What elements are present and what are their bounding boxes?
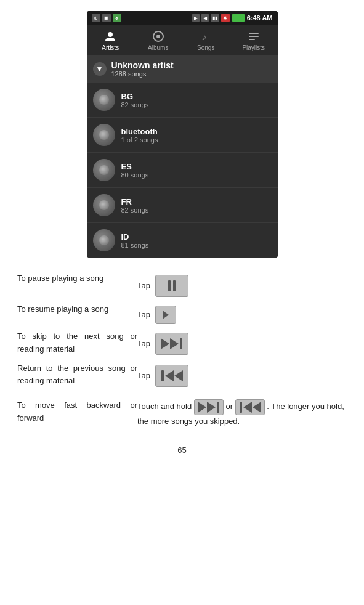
artist-item-songs: 82 songs bbox=[121, 101, 149, 108]
icon-1: ⊕ bbox=[92, 14, 100, 22]
artist-thumbnail bbox=[93, 159, 115, 181]
playlists-icon bbox=[247, 30, 261, 43]
svg-text:♪: ♪ bbox=[201, 31, 206, 42]
ff-triangle-2-icon bbox=[207, 402, 216, 413]
artist-item-songs: 82 songs bbox=[121, 206, 149, 214]
status-left-icons: ⊕ ▣ ♣ bbox=[92, 14, 121, 22]
rewind-triangle-2-icon bbox=[174, 370, 183, 381]
ff-triangle-1-icon bbox=[198, 402, 206, 413]
tab-playlists[interactable]: Playlists bbox=[230, 25, 278, 55]
artist-item-name: ES bbox=[121, 162, 149, 171]
list-item[interactable]: BG 82 songs bbox=[87, 83, 278, 118]
resume-text: To resume playing a song bbox=[17, 303, 137, 316]
artist-item-name: ID bbox=[121, 232, 149, 242]
svg-rect-5 bbox=[249, 36, 259, 37]
artist-item-name: bluetooth bbox=[121, 127, 158, 136]
pause-tap-label: Tap bbox=[137, 280, 150, 292]
tab-albums-label: Albums bbox=[148, 44, 168, 51]
artist-item-songs: 81 songs bbox=[121, 242, 149, 249]
skip-next-text: To skip to the next song or reading mate… bbox=[17, 330, 137, 356]
section-divider bbox=[17, 394, 347, 394]
icon-2: ▣ bbox=[102, 14, 111, 22]
play-triangle-icon bbox=[163, 311, 169, 319]
skip-next-action: Tap bbox=[137, 330, 347, 355]
albums-icon bbox=[152, 30, 165, 43]
artist-thumbnail bbox=[93, 124, 115, 146]
instruction-resume: To resume playing a song Tap bbox=[17, 303, 347, 324]
artist-list: BG 82 songs bluetooth 1 of 2 songs ES 80… bbox=[87, 83, 278, 258]
instruction-pause: To pause playing a song Tap bbox=[17, 272, 347, 297]
artist-item-name: BG bbox=[121, 92, 149, 101]
nav-tabs: Artists Albums ♪ Songs bbox=[87, 25, 278, 55]
header-artist-songs: 1288 songs bbox=[111, 70, 174, 78]
x-icon: ✖ bbox=[221, 14, 230, 22]
artists-icon bbox=[103, 30, 117, 43]
previous-text: Return to the previous song or reading m… bbox=[17, 362, 137, 388]
artist-item-songs: 1 of 2 songs bbox=[121, 136, 158, 144]
fast-forward-button bbox=[194, 399, 224, 415]
rewind-bar-icon bbox=[161, 370, 164, 381]
forward-triangle-2-icon bbox=[170, 338, 179, 349]
forward-triangle-1-icon bbox=[161, 338, 169, 349]
svg-point-2 bbox=[156, 35, 160, 38]
rewind-button bbox=[155, 365, 188, 387]
songs-icon: ♪ bbox=[199, 30, 212, 43]
artist-header: ▼ Unknown artist 1288 songs bbox=[87, 55, 278, 83]
fast-nav-or: or bbox=[225, 402, 233, 412]
play-button bbox=[155, 306, 176, 324]
list-item[interactable]: bluetooth 1 of 2 songs bbox=[87, 118, 278, 153]
fr-triangle-1-icon bbox=[243, 402, 252, 413]
status-bar: ⊕ ▣ ♣ ▶ ◀ ▮▮ ✖ 6:48 AM bbox=[87, 11, 278, 25]
artist-item-songs: 80 songs bbox=[121, 171, 149, 179]
page-number: 65 bbox=[0, 445, 364, 466]
svg-point-0 bbox=[108, 32, 113, 37]
signal-icon-1: ▶ bbox=[192, 14, 200, 22]
header-artist-name: Unknown artist bbox=[111, 60, 174, 70]
pause-bar-right bbox=[173, 280, 176, 291]
forward-bar-icon bbox=[180, 338, 182, 349]
fr-bar-icon bbox=[240, 402, 242, 413]
phone-screenshot: ⊕ ▣ ♣ ▶ ◀ ▮▮ ✖ 6:48 AM Artists bbox=[87, 11, 278, 258]
pause-action: Tap bbox=[137, 272, 347, 297]
artist-thumbnail bbox=[93, 89, 115, 111]
fast-nav-touch-label: Touch and hold bbox=[137, 402, 192, 412]
status-time: 6:48 AM bbox=[247, 14, 273, 22]
fr-triangle-2-icon bbox=[253, 402, 261, 413]
artist-item-name: FR bbox=[121, 197, 149, 206]
battery-icon bbox=[232, 14, 245, 22]
instruction-skip-next: To skip to the next song or reading mate… bbox=[17, 330, 347, 356]
signal-icon-2: ◀ bbox=[201, 14, 209, 22]
instructions-section: To pause playing a song Tap To resume pl… bbox=[0, 258, 364, 445]
icon-3: ♣ bbox=[113, 14, 121, 22]
tab-songs[interactable]: ♪ Songs bbox=[182, 25, 230, 55]
signal-bars: ▮▮ bbox=[211, 14, 219, 22]
pause-button bbox=[155, 275, 188, 297]
instruction-previous: Return to the previous song or reading m… bbox=[17, 362, 347, 388]
tab-artists-label: Artists bbox=[102, 44, 119, 51]
tab-albums[interactable]: Albums bbox=[134, 25, 182, 55]
status-right-icons: ▶ ◀ ▮▮ ✖ 6:48 AM bbox=[192, 14, 273, 22]
list-item[interactable]: FR 82 songs bbox=[87, 188, 278, 223]
artist-thumbnail bbox=[93, 229, 115, 251]
rewind-triangle-1-icon bbox=[165, 370, 174, 381]
instruction-fast-nav: To move fast backward or forward Touch a… bbox=[17, 399, 347, 428]
tab-artists[interactable]: Artists bbox=[87, 25, 135, 55]
previous-action: Tap bbox=[137, 362, 347, 387]
fast-rewind-button bbox=[235, 399, 265, 415]
chevron-down-icon[interactable]: ▼ bbox=[93, 62, 107, 76]
fast-nav-action: Touch and hold or . The longer you hold,… bbox=[137, 399, 347, 428]
svg-rect-6 bbox=[249, 39, 255, 40]
tab-songs-label: Songs bbox=[197, 44, 214, 51]
list-item[interactable]: ES 80 songs bbox=[87, 153, 278, 188]
svg-rect-4 bbox=[249, 33, 259, 34]
skip-next-tap-label: Tap bbox=[137, 338, 150, 350]
pause-bar-left bbox=[168, 280, 171, 291]
list-item[interactable]: ID 81 songs bbox=[87, 223, 278, 258]
ff-bar-icon bbox=[217, 402, 219, 413]
resume-tap-label: Tap bbox=[137, 309, 150, 321]
artist-thumbnail bbox=[93, 194, 115, 216]
tab-playlists-label: Playlists bbox=[242, 44, 265, 51]
previous-tap-label: Tap bbox=[137, 370, 150, 382]
resume-action: Tap bbox=[137, 303, 347, 324]
fast-nav-text: To move fast backward or forward bbox=[17, 399, 137, 425]
